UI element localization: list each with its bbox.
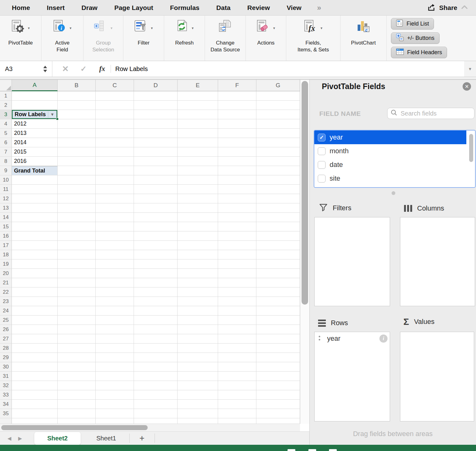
cell-C20[interactable] [96,269,134,278]
cell-D17[interactable] [134,241,178,250]
cell-A31[interactable] [12,372,58,381]
cell-F14[interactable] [218,213,256,222]
cell-A30[interactable] [12,362,58,372]
cell-C34[interactable] [96,400,134,409]
row-header-26[interactable]: 26 [0,325,12,334]
pivottable-button[interactable]: ▼ PivotTable [0,16,41,61]
row-header-8[interactable]: 8 [0,157,12,166]
cell-F16[interactable] [218,231,256,241]
cell-E27[interactable] [178,334,218,344]
cell-B25[interactable] [58,316,96,325]
cell-A7[interactable]: 2015 [12,147,58,157]
cell-B35[interactable] [58,409,96,418]
cell-D5[interactable] [134,129,178,138]
close-icon[interactable]: ✕ [463,82,471,91]
cell-F36[interactable] [218,418,256,424]
cell-E2[interactable] [178,101,218,110]
cell-B30[interactable] [58,362,96,372]
cell-B2[interactable] [58,101,96,110]
cell-D29[interactable] [134,353,178,362]
cell-A32[interactable] [12,381,58,390]
cell-G8[interactable] [256,157,300,166]
cell-C11[interactable] [96,185,134,194]
cell-G9[interactable] [256,166,300,175]
cell-G31[interactable] [256,372,300,381]
row-header-9[interactable]: 9 [0,166,12,175]
cell-A12[interactable] [12,194,58,203]
cell-D28[interactable] [134,344,178,353]
cell-D15[interactable] [134,222,178,231]
cell-B9[interactable] [58,166,96,175]
row-header-19[interactable]: 19 [0,259,12,269]
cell-A36[interactable] [12,418,58,424]
cell-F15[interactable] [218,222,256,231]
cell-B4[interactable] [58,119,96,129]
cell-F31[interactable] [218,372,256,381]
cell-G5[interactable] [256,129,300,138]
cell-F8[interactable] [218,157,256,166]
filters-drop-area[interactable] [314,217,390,306]
cell-D20[interactable] [134,269,178,278]
cell-F4[interactable] [218,119,256,129]
menu-tab-view[interactable]: View [287,4,301,12]
cell-E34[interactable] [178,400,218,409]
cell-F35[interactable] [218,409,256,418]
cell-G23[interactable] [256,297,300,306]
cell-E28[interactable] [178,344,218,353]
field-checkbox-date[interactable] [318,161,326,169]
cell-G25[interactable] [256,316,300,325]
status-view-icon[interactable] [288,449,295,451]
cell-F29[interactable] [218,353,256,362]
cell-F30[interactable] [218,362,256,372]
cell-D7[interactable] [134,147,178,157]
cell-F2[interactable] [218,101,256,110]
field-list-toggle[interactable]: Field List [391,18,434,30]
cell-D24[interactable] [134,306,178,316]
row-header-1[interactable]: 1 [0,91,12,101]
row-header-16[interactable]: 16 [0,231,12,241]
cell-A17[interactable] [12,241,58,250]
cell-B15[interactable] [58,222,96,231]
cell-C19[interactable] [96,259,134,269]
row-header-27[interactable]: 27 [0,334,12,344]
cell-G14[interactable] [256,213,300,222]
cell-B20[interactable] [58,269,96,278]
cell-C21[interactable] [96,278,134,287]
field-item-month[interactable]: month [314,144,466,158]
row-header-23[interactable]: 23 [0,297,12,306]
cell-A27[interactable] [12,334,58,344]
cell-C33[interactable] [96,390,134,400]
cell-G12[interactable] [256,194,300,203]
cell-C24[interactable] [96,306,134,316]
cell-C12[interactable] [96,194,134,203]
cell-E6[interactable] [178,138,218,147]
cell-G33[interactable] [256,390,300,400]
cell-E33[interactable] [178,390,218,400]
cell-D21[interactable] [134,278,178,287]
cell-E7[interactable] [178,147,218,157]
share-button[interactable]: Share [427,0,468,16]
cell-D31[interactable] [134,372,178,381]
cell-F25[interactable] [218,316,256,325]
row-header-18[interactable]: 18 [0,250,12,259]
cell-D26[interactable] [134,325,178,334]
cell-G34[interactable] [256,400,300,409]
cell-G20[interactable] [256,269,300,278]
cell-A3[interactable]: Row Labels▼ [12,110,58,119]
cell-B17[interactable] [58,241,96,250]
cell-E10[interactable] [178,175,218,185]
cell-E21[interactable] [178,278,218,287]
column-header-B[interactable]: B [58,80,96,91]
row-header-33[interactable]: 33 [0,390,12,400]
row-header-17[interactable]: 17 [0,241,12,250]
cell-D4[interactable] [134,119,178,129]
cell-A15[interactable] [12,222,58,231]
insert-function-button[interactable]: fx [96,61,108,77]
cell-D16[interactable] [134,231,178,241]
cell-B34[interactable] [58,400,96,409]
cell-F3[interactable] [218,110,256,119]
row-header-25[interactable]: 25 [0,316,12,325]
cell-B36[interactable] [58,418,96,424]
cell-A16[interactable] [12,231,58,241]
actions-button[interactable]: ▼ Actions [246,16,286,61]
